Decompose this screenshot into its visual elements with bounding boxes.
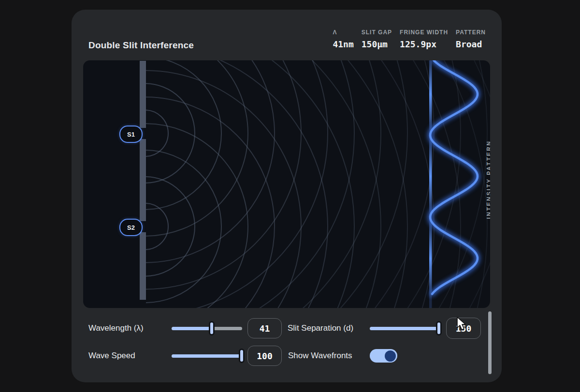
wavelength-value: 41 <box>260 323 270 334</box>
barrier <box>140 61 146 300</box>
slit-separation-slider-thumb[interactable] <box>436 321 442 336</box>
wavelength-slider-thumb[interactable] <box>209 321 215 336</box>
slit-separation-label: Slit Separation (d) <box>288 323 353 333</box>
wave-speed-slider[interactable] <box>172 352 243 360</box>
intensity-curve <box>430 60 478 294</box>
stat-wavelength: Λ 41nm <box>333 29 353 49</box>
stat-pattern-label: PATTERN <box>456 29 486 36</box>
stat-pattern: PATTERN Broad <box>456 29 486 49</box>
wave-speed-label: Wave Speed <box>88 351 135 361</box>
show-wavefronts-toggle-knob[interactable] <box>385 350 396 362</box>
wavefront-graphic <box>83 60 490 308</box>
controls-scrollbar[interactable] <box>488 311 492 374</box>
stat-wavelength-label: Λ <box>333 29 353 36</box>
slit-separation-value: 150 <box>456 323 472 334</box>
slit2-label: S2 <box>127 224 135 231</box>
stat-fringe-width-label: FRINGE WIDTH <box>400 29 448 36</box>
wave-speed-value: 100 <box>257 351 273 361</box>
show-wavefronts-toggle[interactable] <box>370 349 397 363</box>
slit1-badge: S1 <box>119 126 143 143</box>
desktop: { "header": { "title": "Double Slit Inte… <box>0 0 580 392</box>
stat-slit-gap: SLIT GAP 150μm <box>362 29 392 49</box>
wavelength-slider[interactable] <box>172 324 242 332</box>
intensity-pattern-axis-label: INTENSITY PATTERN <box>486 140 490 219</box>
stat-slit-gap-value: 150μm <box>362 39 392 49</box>
stat-slit-gap-label: SLIT GAP <box>362 29 392 36</box>
stats-bar: Λ 41nm SLIT GAP 150μm FRINGE WIDTH 125.9… <box>333 29 486 49</box>
slit1-label: S1 <box>127 131 135 138</box>
simulation-canvas[interactable]: S1 S2 INTENSITY PATTERN <box>83 60 490 308</box>
slit-separation-slider-track[interactable] <box>370 327 440 330</box>
wavelength-value-box[interactable]: 41 <box>247 318 282 338</box>
app-card: Double Slit Interference Λ 41nm SLIT GAP… <box>72 10 502 382</box>
stat-pattern-value: Broad <box>456 39 486 49</box>
show-wavefronts-label: Show Wavefronts <box>288 351 352 361</box>
wave-speed-value-box[interactable]: 100 <box>247 346 282 366</box>
wave-speed-slider-thumb[interactable] <box>239 349 245 363</box>
wave-speed-slider-track[interactable] <box>172 354 243 358</box>
slit2-badge: S2 <box>119 219 143 236</box>
stat-fringe-width-value: 125.9px <box>400 39 448 49</box>
slit-separation-value-box[interactable]: 150 <box>446 318 481 339</box>
page-title: Double Slit Interference <box>88 40 194 51</box>
slit-separation-slider[interactable] <box>370 324 440 332</box>
stat-wavelength-value: 41nm <box>333 39 353 49</box>
stat-fringe-width: FRINGE WIDTH 125.9px <box>400 29 448 49</box>
wavelength-label: Wavelength (λ) <box>88 323 144 333</box>
wavelength-slider-track[interactable] <box>172 327 242 330</box>
detection-screen <box>429 60 432 308</box>
